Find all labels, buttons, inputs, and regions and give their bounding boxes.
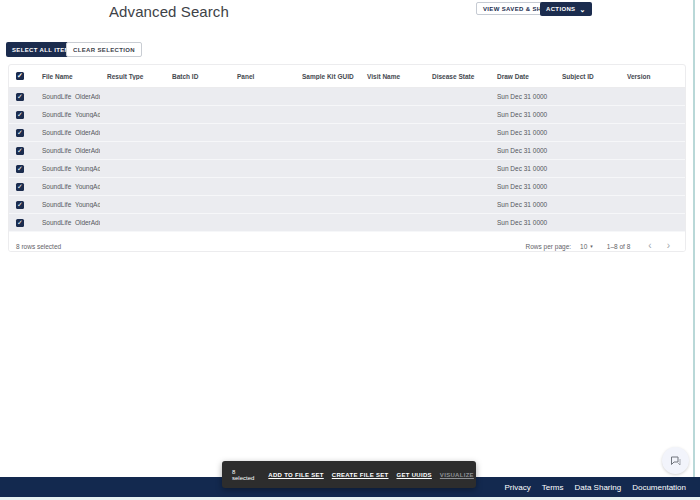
cell-file-name: SoundLife_YoungAdult_F <box>35 111 100 118</box>
row-checkbox-cell: ✓ <box>9 93 35 101</box>
footer-link-privacy[interactable]: Privacy <box>504 483 530 492</box>
page-title: Advanced Search <box>109 3 229 20</box>
chat-icon <box>670 455 682 467</box>
row-checkbox[interactable]: ✓ <box>16 165 24 173</box>
row-checkbox-cell: ✓ <box>9 219 35 227</box>
row-checkbox-cell: ✓ <box>9 165 35 173</box>
cell-file-name: SoundLife_OlderAdult_M... <box>35 219 100 226</box>
column-header-subject-id: Subject ID <box>555 73 620 80</box>
cell-draw-date: Sun Dec 31 0000 <box>490 129 555 136</box>
cell-draw-date: Sun Dec 31 0000 <box>490 183 555 190</box>
pagination-range: 1–8 of 8 <box>607 243 631 250</box>
snackbar-action-add-to-file-set[interactable]: ADD TO FILE SET <box>268 472 323 478</box>
row-checkbox[interactable]: ✓ <box>16 93 24 101</box>
cell-draw-date: Sun Dec 31 0000 <box>490 165 555 172</box>
cell-file-name: SoundLife_YoungAdult_M... <box>35 183 100 190</box>
snackbar-action-create-file-set[interactable]: CREATE FILE SET <box>332 472 389 478</box>
snackbar-actions: ADD TO FILE SETCREATE FILE SETGET UUIDSV… <box>268 472 474 478</box>
column-header-sample-kit-guid: Sample Kit GUID <box>295 73 360 80</box>
column-header-version: Version <box>620 73 685 80</box>
table-row[interactable]: ✓SoundLife_YoungAdult_M...Sun Dec 31 000… <box>9 178 685 196</box>
cell-file-name: SoundLife_OlderAdult_Fe <box>35 129 100 136</box>
column-header-file-name: File Name <box>35 73 100 80</box>
cell-file-name: SoundLife_YoungAdult_F <box>35 165 100 172</box>
table-row[interactable]: ✓SoundLife_OlderAdult_M...Sun Dec 31 000… <box>9 214 685 232</box>
row-checkbox-cell: ✓ <box>9 129 35 137</box>
table-header-row: ✓ File NameResult TypeBatch IDPanelSampl… <box>9 65 685 88</box>
chevron-down-icon: ⌄ <box>579 6 585 13</box>
cell-draw-date: Sun Dec 31 0000 <box>490 201 555 208</box>
footer-link-data-sharing[interactable]: Data Sharing <box>574 483 621 492</box>
table-row[interactable]: ✓SoundLife_YoungAdult_M...Sun Dec 31 000… <box>9 196 685 214</box>
close-icon[interactable]: ✕ <box>482 470 489 479</box>
column-header-batch-id: Batch ID <box>165 73 230 80</box>
table-row[interactable]: ✓SoundLife_YoungAdult_FSun Dec 31 0000 <box>9 106 685 124</box>
select-all-checkbox-cell: ✓ <box>9 72 35 80</box>
rows-selected-summary: 8 rows selected <box>16 243 61 250</box>
row-checkbox-cell: ✓ <box>9 147 35 155</box>
table-row[interactable]: ✓SoundLife_OlderAdult_FeSun Dec 31 0000 <box>9 124 685 142</box>
row-checkbox[interactable]: ✓ <box>16 183 24 191</box>
row-checkbox[interactable]: ✓ <box>16 219 24 227</box>
cell-draw-date: Sun Dec 31 0000 <box>490 93 555 100</box>
previous-page-button[interactable]: ‹ <box>645 241 654 251</box>
column-header-visit-name: Visit Name <box>360 73 425 80</box>
page-scrollbar[interactable] <box>693 0 695 477</box>
results-table: ✓ File NameResult TypeBatch IDPanelSampl… <box>8 64 686 252</box>
cell-draw-date: Sun Dec 31 0000 <box>490 111 555 118</box>
row-checkbox-cell: ✓ <box>9 183 35 191</box>
selected-count: 8 selected <box>232 469 254 481</box>
column-header-result-type: Result Type <box>100 73 165 80</box>
snackbar-action-get-uuids[interactable]: GET UUIDS <box>396 472 431 478</box>
cell-file-name: SoundLife_YoungAdult_M... <box>35 201 100 208</box>
rows-per-page-value: 10 <box>580 243 587 250</box>
advanced-search-page: Advanced Search VIEW SAVED & SHARED ACTI… <box>0 0 700 500</box>
row-checkbox[interactable]: ✓ <box>16 147 24 155</box>
rows-per-page-label: Rows per page: <box>526 243 572 250</box>
rows-per-page-select[interactable]: 10 ▾ <box>580 243 593 250</box>
row-checkbox-cell: ✓ <box>9 111 35 119</box>
row-checkbox[interactable]: ✓ <box>16 111 24 119</box>
column-header-draw-date: Draw Date <box>490 73 555 80</box>
cell-draw-date: Sun Dec 31 0000 <box>490 147 555 154</box>
cell-draw-date: Sun Dec 31 0000 <box>490 219 555 226</box>
next-page-button[interactable]: › <box>664 241 673 251</box>
table-body: ✓SoundLife_OlderAdult_M...Sun Dec 31 000… <box>9 88 685 232</box>
table-row[interactable]: ✓SoundLife_OlderAdult_FeSun Dec 31 0000 <box>9 142 685 160</box>
row-checkbox[interactable]: ✓ <box>16 129 24 137</box>
table-row[interactable]: ✓SoundLife_OlderAdult_M...Sun Dec 31 000… <box>9 88 685 106</box>
footer-link-documentation[interactable]: Documentation <box>632 483 686 492</box>
selection-snackbar: 8 selected ADD TO FILE SETCREATE FILE SE… <box>222 461 476 488</box>
actions-button[interactable]: ACTIONS ⌄ <box>540 2 592 16</box>
snackbar-action-visualize[interactable]: VISUALIZE <box>440 472 474 478</box>
select-caret-icon: ▾ <box>590 243 593 249</box>
chat-button[interactable] <box>662 447 689 474</box>
column-header-disease-state: Disease State <box>425 73 490 80</box>
actions-button-label: ACTIONS <box>546 6 575 12</box>
footer-link-terms[interactable]: Terms <box>542 483 564 492</box>
column-header-panel: Panel <box>230 73 295 80</box>
select-all-checkbox[interactable]: ✓ <box>16 72 24 80</box>
cell-file-name: SoundLife_OlderAdult_M... <box>35 93 100 100</box>
table-row[interactable]: ✓SoundLife_YoungAdult_FSun Dec 31 0000 <box>9 160 685 178</box>
row-checkbox[interactable]: ✓ <box>16 201 24 209</box>
footer-links: PrivacyTermsData SharingDocumentation <box>504 483 686 492</box>
clear-selection-button[interactable]: CLEAR SELECTION <box>66 42 142 57</box>
table-pagination: 8 rows selected Rows per page: 10 ▾ 1–8 … <box>9 232 685 252</box>
cell-file-name: SoundLife_OlderAdult_Fe <box>35 147 100 154</box>
row-checkbox-cell: ✓ <box>9 201 35 209</box>
